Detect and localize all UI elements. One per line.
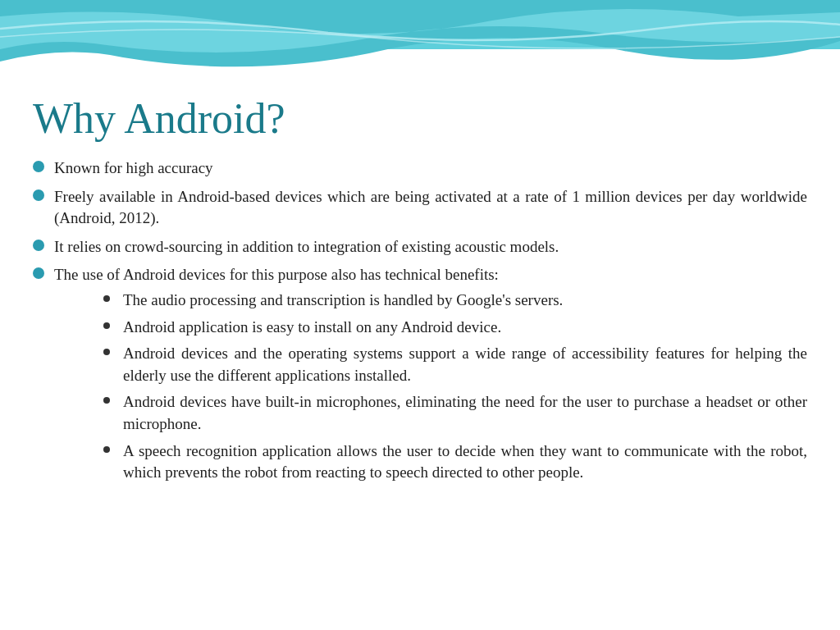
sub-bullet-icon: [103, 397, 110, 404]
sub-bullet-text: Android application is easy to install o…: [123, 317, 807, 339]
sub-list-item: Android devices and the operating system…: [54, 343, 807, 386]
sub-list-item: Android devices have built-in microphone…: [54, 391, 807, 435]
sub-bullet-icon: [103, 322, 110, 329]
list-item: Freely available in Android-based device…: [33, 186, 807, 230]
bullet-icon: [33, 161, 44, 172]
sub-bullet-icon: [103, 349, 110, 355]
bullet-text: The use of Android devices for this purp…: [54, 264, 807, 488]
bullet-icon: [33, 189, 44, 201]
main-list: Known for high accuracy Freely available…: [33, 158, 807, 489]
slide-title: Why Android?: [33, 94, 807, 143]
bullet-icon: [33, 240, 44, 251]
top-decoration: [0, 0, 840, 98]
bullet-text: Known for high accuracy: [54, 158, 807, 180]
sub-bullet-text: The audio processing and transcription i…: [123, 290, 807, 312]
bullet-text: Freely available in Android-based device…: [54, 186, 807, 230]
sub-bullet-icon: [103, 446, 110, 453]
list-item: The use of Android devices for this purp…: [33, 264, 807, 488]
list-item: Known for high accuracy: [33, 158, 807, 180]
slide: Why Android? Known for high accuracy Fre…: [0, 0, 840, 630]
list-item: It relies on crowd-sourcing in addition …: [33, 236, 807, 258]
sub-bullet-text: A speech recognition application allows …: [123, 441, 807, 484]
sub-list-item: Android application is easy to install o…: [54, 317, 807, 339]
sub-list: The audio processing and transcription i…: [54, 290, 807, 484]
bullet-text: It relies on crowd-sourcing in addition …: [54, 236, 807, 258]
bullet-icon: [33, 267, 44, 279]
sub-bullet-text: Android devices and the operating system…: [123, 343, 807, 386]
sub-bullet-icon: [103, 295, 110, 302]
sub-list-item: A speech recognition application allows …: [54, 441, 807, 484]
sub-list-item: The audio processing and transcription i…: [54, 290, 807, 312]
sub-bullet-text: Android devices have built-in microphone…: [123, 391, 807, 435]
content: Why Android? Known for high accuracy Fre…: [33, 94, 807, 614]
